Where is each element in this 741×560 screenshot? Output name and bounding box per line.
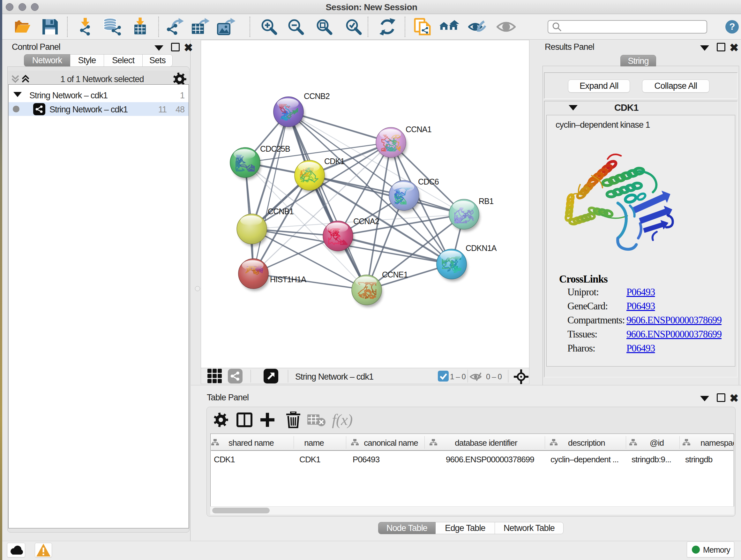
svg-text:CCNA2: CCNA2 (353, 217, 379, 226)
svg-text:CCNB2: CCNB2 (304, 91, 330, 101)
svg-text:CCNB1: CCNB1 (268, 207, 293, 216)
svg-text:CCNA1: CCNA1 (406, 125, 431, 134)
svg-text:RB1: RB1 (479, 197, 493, 206)
svg-text:CCNE1: CCNE1 (382, 270, 408, 279)
svg-text:CDK1: CDK1 (324, 157, 345, 166)
svg-text:CDC25B: CDC25B (260, 144, 290, 153)
svg-text:CDC6: CDC6 (418, 177, 439, 186)
svg-text:CDKN1A: CDKN1A (466, 244, 497, 253)
svg-text:HIST1H1A: HIST1H1A (270, 275, 307, 284)
